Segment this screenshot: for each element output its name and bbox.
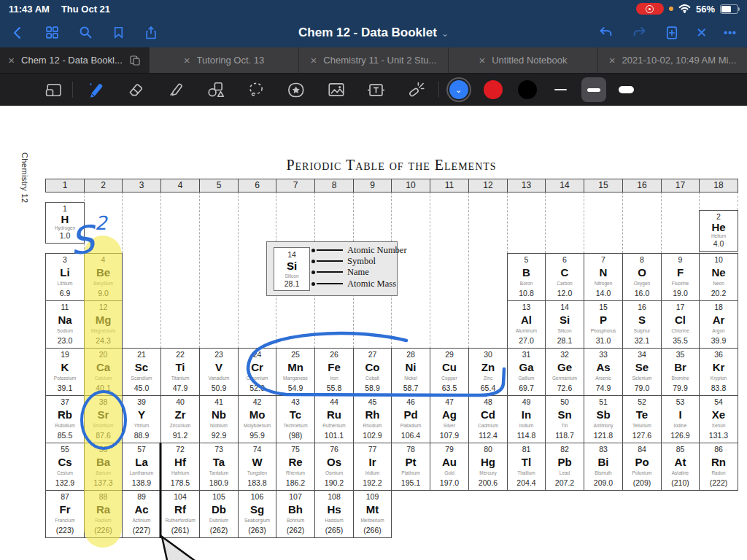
tab-4[interactable]: ×Untitled Notebook bbox=[449, 47, 598, 73]
tab-5[interactable]: ×2021-10-02, 10:49 AM Mi... bbox=[598, 47, 747, 73]
atomic-mass: 101.1 bbox=[325, 432, 344, 440]
pen-tool[interactable] bbox=[75, 74, 115, 106]
element-name: Argon bbox=[712, 329, 724, 334]
more-options-button[interactable]: ••• bbox=[724, 28, 737, 38]
element-cell-Ru: 44RuRuthenium101.1 bbox=[314, 395, 354, 443]
split-view-icon[interactable] bbox=[129, 55, 141, 66]
element-cell-Ag: 47AgSilver107.9 bbox=[430, 395, 469, 443]
stroke-thick-button[interactable] bbox=[610, 74, 643, 106]
element-name: Iron bbox=[330, 376, 338, 381]
page-navigator-button[interactable] bbox=[36, 74, 70, 106]
nav-bar: Chem 12 - Data Booklet⌄ ✕ ••• bbox=[0, 18, 747, 47]
thumbnails-grid-button[interactable] bbox=[44, 25, 60, 40]
eraser-tool[interactable] bbox=[115, 74, 155, 106]
atomic-mass: (262) bbox=[287, 526, 305, 534]
atomic-mass: 126.9 bbox=[670, 432, 689, 440]
share-button[interactable] bbox=[144, 25, 158, 41]
grid-dashed-line bbox=[468, 192, 469, 348]
element-symbol: Os bbox=[327, 456, 341, 467]
atomic-number: 106 bbox=[251, 493, 264, 501]
search-button[interactable] bbox=[78, 25, 93, 40]
stickers-tool[interactable] bbox=[276, 74, 316, 106]
lasso-tool[interactable] bbox=[236, 74, 276, 106]
tab-1[interactable]: ×Chem 12 - Data Bookl... bbox=[0, 47, 150, 73]
color-swatch-black[interactable] bbox=[510, 74, 544, 106]
image-tool[interactable] bbox=[316, 74, 356, 106]
group-number-3: 3 bbox=[122, 179, 161, 192]
tab-close-icon[interactable]: × bbox=[609, 55, 616, 66]
tab-bar: ×Chem 12 - Data Bookl...×Tutoring Oct. 1… bbox=[0, 47, 747, 73]
color-swatch-red[interactable] bbox=[476, 74, 510, 106]
atomic-mass: 127.6 bbox=[632, 432, 651, 440]
atomic-mass: 200.6 bbox=[479, 479, 498, 487]
atomic-mass: 10.8 bbox=[519, 289, 533, 298]
element-symbol: Hf bbox=[174, 456, 186, 467]
tab-2[interactable]: ×Tutoring Oct. 13 bbox=[150, 47, 299, 73]
atomic-number: 37 bbox=[61, 398, 69, 406]
element-cell-Xe: 54XeXenon131.3 bbox=[699, 395, 738, 443]
element-cell-Ar: 18ArArgon39.9 bbox=[699, 300, 738, 349]
text-tool[interactable] bbox=[356, 74, 396, 106]
element-cell-Sn: 50SnTin118.7 bbox=[545, 395, 584, 443]
atomic-mass: 85.5 bbox=[58, 432, 72, 440]
atomic-number: 36 bbox=[714, 351, 723, 359]
element-name: Barium bbox=[96, 471, 111, 476]
redo-button[interactable] bbox=[631, 25, 648, 41]
laser-pointer-tool[interactable] bbox=[396, 74, 436, 106]
element-cell-H: 1HHydrogen1.0 bbox=[45, 202, 85, 244]
atomic-number: 3 bbox=[63, 256, 67, 264]
atomic-number: 86 bbox=[714, 446, 723, 454]
atomic-mass: 40.1 bbox=[96, 384, 110, 392]
atomic-number: 87 bbox=[61, 493, 69, 501]
element-symbol: Tc bbox=[290, 409, 301, 420]
element-cell-Ca: 20CaCalcium40.1 bbox=[84, 348, 123, 396]
tab-close-icon[interactable]: × bbox=[311, 55, 317, 66]
stroke-thin-button[interactable] bbox=[544, 74, 577, 106]
bookmark-button[interactable] bbox=[112, 25, 125, 40]
element-cell-Os: 76OsOsmium190.2 bbox=[314, 443, 354, 491]
screen-recording-pill[interactable] bbox=[636, 3, 664, 15]
atomic-mass: 92.9 bbox=[212, 432, 226, 440]
element-name: Hafnium bbox=[171, 471, 189, 476]
element-name: Molybdenum bbox=[244, 424, 271, 429]
element-symbol: Ga bbox=[519, 362, 533, 373]
element-cell-Be: 4BeBeryllium9.0 bbox=[84, 253, 123, 301]
element-cell-P: 15PPhosphorus31.0 bbox=[584, 300, 623, 349]
back-button[interactable] bbox=[10, 25, 26, 41]
add-page-button[interactable] bbox=[665, 25, 679, 41]
periodic-table-title: Periodic Table of the Elements bbox=[45, 157, 738, 174]
element-cell-S: 16SSulphur32.1 bbox=[622, 300, 662, 349]
close-document-button[interactable]: ✕ bbox=[696, 26, 707, 39]
atomic-number: 5 bbox=[525, 256, 529, 264]
element-cell-Cl: 17ClChlorine35.5 bbox=[661, 300, 700, 349]
atomic-number: 54 bbox=[714, 398, 723, 406]
element-symbol: Hg bbox=[481, 456, 495, 467]
atomic-number: 22 bbox=[176, 351, 185, 359]
highlighter-tool[interactable] bbox=[155, 74, 196, 106]
stroke-medium-button[interactable] bbox=[577, 74, 610, 106]
element-cell-Li: 3LiLithium6.9 bbox=[45, 253, 85, 301]
undo-button[interactable] bbox=[597, 25, 614, 41]
color-swatch-blue[interactable]: ⌄ bbox=[441, 74, 476, 106]
atomic-mass: 39.1 bbox=[58, 384, 72, 392]
shapes-tool[interactable] bbox=[196, 74, 236, 106]
atomic-mass: 112.4 bbox=[479, 432, 498, 440]
atomic-mass: 180.9 bbox=[209, 479, 228, 487]
atomic-number: 83 bbox=[599, 446, 608, 454]
element-cell-Fr: 87FrFrancium(223) bbox=[45, 490, 85, 538]
element-name: Neon bbox=[713, 281, 724, 287]
tab-close-icon[interactable]: × bbox=[479, 55, 485, 66]
element-symbol: Sb bbox=[596, 409, 610, 420]
element-name: Chromium bbox=[247, 376, 268, 381]
element-name: Cobalt bbox=[365, 376, 379, 381]
tab-close-icon[interactable]: × bbox=[8, 55, 15, 66]
document-page[interactable]: Chemistry 12 Periodic Table of the Eleme… bbox=[0, 106, 747, 560]
tab-3[interactable]: ×Chemistry 11 - Unit 2 Stu... bbox=[299, 47, 449, 73]
element-symbol: O bbox=[638, 267, 646, 278]
tab-close-icon[interactable]: × bbox=[184, 55, 190, 66]
atomic-mass: 107.9 bbox=[440, 432, 459, 440]
atomic-mass: 192.2 bbox=[363, 479, 382, 487]
element-symbol: Be bbox=[96, 267, 110, 278]
element-name: Nickel bbox=[404, 376, 417, 381]
atomic-mass: 47.9 bbox=[173, 384, 187, 392]
